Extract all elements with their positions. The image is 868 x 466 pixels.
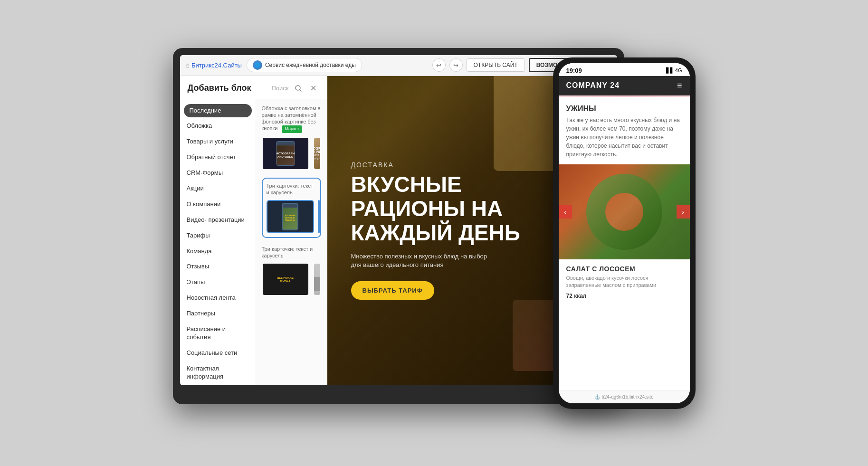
sidebar-item-tariffs[interactable]: Тарифы bbox=[180, 228, 256, 244]
block-row-2: ДОСТАВКАВКУСНЫЕ РАЦИОНЫ В bbox=[267, 200, 316, 233]
block-thumb-delivery-wide[interactable]: ВКУСНЫЕ РАЦИОНЫНА КАЖДЫЙ ДЕНЬ bbox=[318, 200, 320, 233]
sidebar-item-schedule[interactable]: Расписание и события bbox=[180, 322, 256, 345]
market-badge: Маркет bbox=[282, 125, 302, 133]
panel-title: Добавить блок bbox=[188, 83, 251, 93]
phone-time: 19:09 bbox=[566, 67, 582, 74]
undo-button[interactable]: ↩ bbox=[432, 58, 446, 72]
block-thumb-photo-mobile[interactable]: PHOTOGRAPHY AND VIDEO bbox=[262, 137, 309, 170]
close-icon[interactable]: ✕ bbox=[308, 83, 319, 94]
mobile-phone-device: 19:09 ▋▋ 4G COMPANY 24 ≡ УЖИНЫ Так же у … bbox=[553, 57, 696, 409]
phone-screen: 19:09 ▋▋ 4G COMPANY 24 ≡ УЖИНЫ Так же у … bbox=[559, 63, 690, 403]
photo-wide-text: PHOTOGRAPHY AND VIDEOYOUR NEXT PHOTO TEM… bbox=[313, 147, 321, 160]
redo-icon: ↪ bbox=[453, 62, 458, 69]
active-tab[interactable]: 🌐 Сервис ежедневной доставки еды bbox=[247, 58, 362, 72]
sidebar-item-steps[interactable]: Этапы bbox=[180, 275, 256, 290]
block-thumb-photo-wide[interactable]: PHOTOGRAPHY AND VIDEOYOUR NEXT PHOTO TEM… bbox=[313, 137, 321, 170]
block-row-1: PHOTOGRAPHY AND VIDEO PHO bbox=[262, 137, 321, 170]
laptop-screen: ⌂ Битрикс24.Сайты 🌐 Сервис ежедневной до… bbox=[180, 55, 617, 385]
phone-section-1-text: Так же у нас есть много вкусных блюд и н… bbox=[559, 116, 690, 164]
tab-avatar: 🌐 bbox=[253, 60, 262, 70]
sidebar-item-video[interactable]: Видео- презентации bbox=[180, 212, 256, 228]
sidebar-item-partners[interactable]: Партнеры bbox=[180, 306, 256, 322]
sidebar-item-crm[interactable]: CRM-Формы bbox=[180, 165, 256, 181]
phone-bottom-bar: ⚓ b24-qg6m1b.bitrix24.site bbox=[559, 390, 690, 403]
sidebar-item-countdown[interactable]: Обратный отсчет bbox=[180, 150, 256, 165]
nav-list: Последние Обложка Товары и услуги Обратн… bbox=[180, 99, 256, 385]
block-thumb-business[interactable] bbox=[313, 263, 321, 296]
phone-nav-arrows: ‹ › bbox=[559, 205, 690, 219]
website-subtext: Множество полезных и вкусных блюд на выб… bbox=[351, 252, 494, 269]
phone-content: УЖИНЫ Так же у нас есть много вкусных бл… bbox=[559, 95, 690, 390]
sidebar-panel: Добавить блок Поиск ✕ bbox=[180, 76, 327, 385]
block-row-3: HELP MAKEMONEY bbox=[262, 263, 321, 296]
sidebar-item-cover[interactable]: Обложка bbox=[180, 118, 256, 134]
block-thumb-money[interactable]: HELP MAKEMONEY bbox=[262, 263, 309, 296]
tab-label: Сервис ежедневной доставки еды bbox=[265, 62, 356, 68]
phone-bottom-url: b24-qg6m1b.bitrix24.site bbox=[601, 394, 654, 399]
website-headline: ВКУСНЫЕ РАЦИОНЫ НА КАЖДЫЙ ДЕНЬ bbox=[351, 172, 579, 245]
sidebar-item-last[interactable]: Последние bbox=[184, 104, 252, 118]
phone-arrow-left[interactable]: ‹ bbox=[559, 205, 572, 219]
phone-bottom-icon: ⚓ bbox=[594, 394, 601, 399]
sidebar-item-actions[interactable]: Акции bbox=[180, 181, 256, 197]
app-logo[interactable]: ⌂ Битрикс24.Сайты bbox=[186, 61, 242, 69]
redo-button[interactable]: ↪ bbox=[449, 58, 463, 72]
phone-arrow-right[interactable]: › bbox=[677, 205, 690, 219]
sidebar-item-team[interactable]: Команда bbox=[180, 244, 256, 259]
main-area: Добавить блок Поиск ✕ bbox=[180, 76, 617, 385]
phone-nav-bar: COMPANY 24 ≡ bbox=[559, 76, 690, 95]
sidebar-item-reviews[interactable]: Отзывы bbox=[180, 259, 256, 275]
phone-food-desc: Овощи, авокадо и кусочки лосося заправле… bbox=[559, 275, 690, 293]
svg-line-1 bbox=[300, 90, 301, 91]
undo-icon: ↩ bbox=[436, 62, 441, 69]
sidebar-item-contacts[interactable]: Контактная информация bbox=[180, 361, 256, 385]
delivery-mobile-text: ДОСТАВКАВКУСНЫЕ РАЦИОНЫ bbox=[283, 215, 297, 221]
panel-body: Последние Обложка Товары и услуги Обратн… bbox=[180, 99, 327, 385]
sidebar-item-about[interactable]: О компании bbox=[180, 197, 256, 212]
block-group-3: Три карточки: текст и карусель HELP MAKE… bbox=[262, 246, 321, 296]
block-thumb-delivery-mobile[interactable]: ДОСТАВКАВКУСНЫЕ РАЦИОНЫ bbox=[267, 200, 314, 233]
money-text: HELP MAKEMONEY bbox=[277, 276, 294, 282]
phone-food-image: ‹ › bbox=[559, 164, 690, 259]
photo-mobile-text: PHOTOGRAPHY AND VIDEO bbox=[276, 152, 295, 159]
phone-menu-icon[interactable]: ≡ bbox=[677, 81, 682, 91]
sidebar-item-news[interactable]: Новостная лента bbox=[180, 290, 256, 306]
phone-company-name: COMPANY 24 bbox=[566, 81, 620, 90]
search-icon[interactable] bbox=[293, 83, 304, 94]
website-cta-button[interactable]: ВЫБРАТЬ ТАРИФ bbox=[351, 281, 434, 300]
phone-kcal: 72 ккал bbox=[559, 293, 690, 305]
open-site-button[interactable]: ОТКРЫТЬ САЙТ bbox=[467, 58, 525, 72]
phone-section-1-title: УЖИНЫ bbox=[559, 97, 690, 116]
block-group-2-label: Три карточки: текст и карусель bbox=[267, 182, 316, 196]
delivery-wide-text: ВКУСНЫЕ РАЦИОНЫНА КАЖДЫЙ ДЕНЬ bbox=[318, 209, 320, 224]
top-bar: ⌂ Битрикс24.Сайты 🌐 Сервис ежедневной до… bbox=[180, 55, 617, 76]
phone-food-title: САЛАТ С ЛОСОСЕМ bbox=[559, 259, 690, 275]
phone-signal-icons: ▋▋ 4G bbox=[666, 67, 682, 74]
home-icon: ⌂ bbox=[186, 61, 190, 69]
block-group-2[interactable]: Три карточки: текст и карусель bbox=[262, 178, 321, 238]
phone-status-bar: 19:09 ▋▋ 4G bbox=[559, 63, 690, 76]
sidebar-item-goods[interactable]: Товары и услуги bbox=[180, 134, 256, 150]
block-group-1: Обложка с заголовком в рамке на затемнён… bbox=[262, 105, 321, 171]
block-group-3-label: Три карточки: текст и карусель bbox=[262, 246, 321, 259]
panel-header: Добавить блок Поиск ✕ bbox=[180, 76, 327, 99]
sidebar-item-other[interactable]: Прочее bbox=[180, 384, 256, 385]
delivery-label: ДОСТАВКА bbox=[351, 161, 394, 169]
search-placeholder: Поиск bbox=[271, 85, 288, 92]
block-group-1-label: Обложка с заголовком в рамке на затемнён… bbox=[262, 105, 321, 133]
blocks-area: Обложка с заголовком в рамке на затемнён… bbox=[256, 99, 327, 385]
sidebar-item-social[interactable]: Социальные сети bbox=[180, 345, 256, 361]
app-title: Битрикс24.Сайты bbox=[191, 62, 242, 69]
